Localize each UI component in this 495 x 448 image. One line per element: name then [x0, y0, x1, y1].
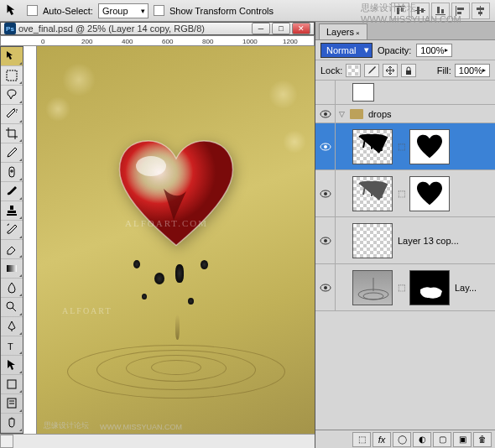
eraser-tool[interactable]	[1, 240, 23, 259]
layer-row[interactable]: ⬚	[315, 170, 495, 217]
path-select-tool[interactable]	[1, 356, 23, 375]
svg-point-40	[324, 239, 327, 242]
ps-badge-icon: Ps	[4, 23, 16, 34]
shape-tool[interactable]	[1, 375, 23, 394]
pen-tool[interactable]	[1, 317, 23, 336]
canvas[interactable]: ALFOART.COM ALFOART 思缘设计论坛 WWW.MISSYUAN.…	[37, 46, 315, 434]
layer-row[interactable]: ⬚ Lay...	[315, 264, 495, 311]
new-layer-icon[interactable]: ▣	[453, 432, 472, 447]
svg-rect-23	[8, 380, 16, 388]
svg-rect-15	[7, 70, 17, 81]
layer-row[interactable]: Layer 13 cop...	[315, 217, 495, 264]
lock-position-icon[interactable]	[383, 64, 398, 77]
layer-name: Lay...	[455, 283, 477, 293]
horizontal-scrollbar[interactable]	[0, 434, 315, 448]
show-transform-checkbox[interactable]	[154, 5, 164, 16]
svg-rect-17	[10, 206, 13, 210]
minimize-button[interactable]: ─	[252, 23, 270, 34]
svg-point-42	[324, 286, 327, 289]
watermark-bottom-design: 思缘设计论坛	[44, 420, 89, 431]
svg-text:T: T	[8, 341, 13, 352]
watermark-bottom-site: WWW.MISSYUAN.COM	[100, 423, 182, 431]
layer-thumbnail	[352, 223, 393, 258]
opacity-input[interactable]: 100%	[416, 44, 451, 57]
adjustment-layer-icon[interactable]: ◐	[413, 432, 431, 447]
link-layers-icon[interactable]: ⬚	[352, 432, 371, 447]
move-tool[interactable]	[1, 47, 23, 66]
type-tool[interactable]: T	[1, 336, 23, 356]
opacity-label: Opacity:	[378, 45, 411, 55]
history-brush-tool[interactable]	[1, 221, 23, 240]
show-transform-label: Show Transform Controls	[169, 6, 274, 16]
fill-label: Fill:	[437, 65, 451, 76]
group-name: drops	[368, 109, 392, 119]
watermark-left: ALFOART	[62, 306, 112, 315]
blend-mode-dropdown[interactable]: Normal	[320, 43, 373, 58]
layers-panel-footer: ⬚ fx ◯ ◐ ▢ ▣ 🗑	[315, 430, 495, 448]
notes-tool[interactable]	[1, 394, 23, 414]
layer-mask-thumbnail	[409, 176, 450, 211]
hand-tool[interactable]	[1, 414, 23, 433]
folder-icon	[350, 109, 363, 119]
svg-rect-27	[348, 65, 352, 69]
eyedropper-tool[interactable]	[1, 143, 23, 163]
visibility-icon[interactable]	[320, 110, 331, 118]
blur-tool[interactable]	[1, 279, 23, 298]
svg-rect-31	[355, 72, 358, 76]
layer-mask-icon[interactable]: ◯	[393, 432, 411, 447]
svg-rect-30	[348, 72, 352, 76]
brush-tool[interactable]	[1, 182, 23, 201]
layer-row[interactable]	[315, 81, 495, 105]
lasso-tool[interactable]	[1, 86, 23, 105]
layer-list: ▽ drops ⬚	[315, 81, 495, 430]
layer-row[interactable]: ⬚	[315, 123, 495, 170]
gradient-tool[interactable]	[1, 259, 23, 279]
layer-thumbnail	[352, 176, 393, 211]
visibility-icon[interactable]	[320, 237, 331, 245]
document-title: ove_final.psd @ 25% (Layer 14 copy, RGB/…	[18, 23, 249, 34]
svg-rect-28	[355, 65, 358, 69]
heart-artwork	[113, 138, 239, 252]
toolbox: T	[0, 46, 23, 434]
svg-point-25	[136, 156, 166, 176]
vertical-ruler	[23, 46, 37, 434]
move-tool-indicator	[5, 3, 22, 19]
new-group-icon[interactable]: ▢	[433, 432, 451, 447]
lock-all-icon[interactable]	[401, 64, 416, 77]
layer-mask-thumbnail	[409, 270, 450, 305]
link-icon: ⬚	[398, 189, 404, 198]
auto-select-dropdown[interactable]: Group	[98, 3, 148, 18]
document-titlebar: Ps ove_final.psd @ 25% (Layer 14 copy, R…	[0, 22, 315, 35]
layer-group-row[interactable]: ▽ drops	[315, 105, 495, 123]
svg-point-21	[7, 302, 13, 309]
svg-point-44	[363, 293, 383, 300]
crop-tool[interactable]	[1, 124, 23, 143]
layer-fx-icon[interactable]: fx	[373, 432, 391, 447]
svg-point-34	[324, 112, 327, 116]
lock-image-icon[interactable]	[364, 64, 379, 77]
link-icon: ⬚	[398, 142, 404, 151]
horizontal-ruler: 0 200 400 600 800 1000 1200	[0, 35, 315, 46]
layer-thumbnail	[352, 270, 393, 305]
stamp-tool[interactable]	[1, 201, 23, 221]
layers-tab[interactable]: Layers×	[319, 23, 367, 39]
layer-mask-thumbnail	[409, 129, 450, 164]
group-twisty-icon[interactable]: ▽	[339, 110, 345, 118]
lock-transparency-icon[interactable]	[346, 64, 361, 77]
maximize-button[interactable]: □	[272, 23, 290, 34]
wand-tool[interactable]	[1, 105, 23, 124]
auto-select-checkbox[interactable]	[27, 5, 38, 16]
delete-layer-icon[interactable]: 🗑	[473, 432, 492, 447]
close-button[interactable]: ✕	[292, 23, 310, 34]
dodge-tool[interactable]	[1, 298, 23, 317]
layer-thumbnail	[352, 129, 393, 164]
watermark-top: 思缘设计论坛 WWW.MISSYUAN.COM	[361, 2, 495, 24]
marquee-tool[interactable]	[1, 66, 23, 86]
visibility-icon[interactable]	[320, 143, 331, 151]
svg-rect-29	[352, 69, 355, 72]
layers-panel: Layers× Normal Opacity: 100% Lock: Fill:…	[315, 22, 495, 448]
visibility-icon[interactable]	[320, 190, 331, 198]
healing-tool[interactable]	[1, 163, 23, 182]
fill-input[interactable]: 100%	[455, 64, 490, 77]
visibility-icon[interactable]	[320, 284, 331, 292]
